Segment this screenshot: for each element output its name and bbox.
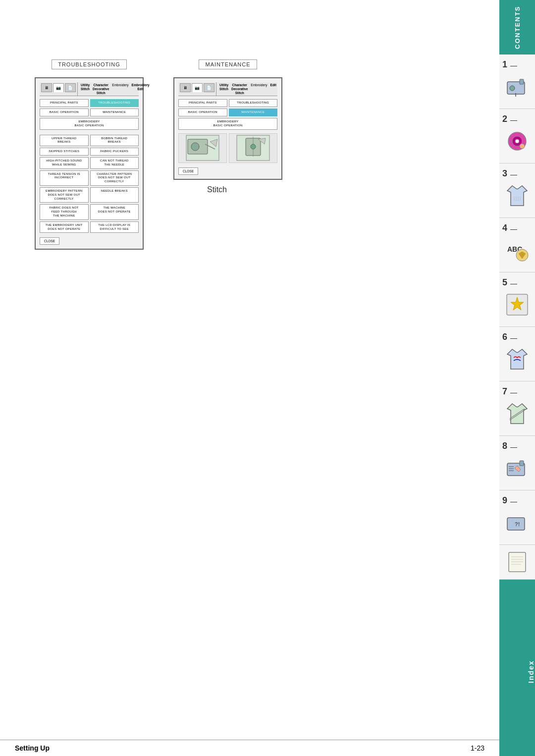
basic-operation-btn-r[interactable]: BASIC OPERATION xyxy=(178,108,227,116)
illustration-left xyxy=(178,133,227,163)
tab-icon-home[interactable]: 🖥 xyxy=(41,83,52,92)
tab-edit-left[interactable]: EmbroideryEdit xyxy=(130,82,151,96)
troubleshooting-label: TROUBLESHOOTING xyxy=(52,59,127,69)
svg-point-2 xyxy=(510,86,515,91)
tab-character-left[interactable]: CharacterDecorativeStitch xyxy=(91,82,110,96)
right-sidebar: CONTENTS 1 — 2 — 3 — 4 — xyxy=(499,0,535,756)
sidebar-num-5: 5 xyxy=(502,277,507,288)
close-btn-right[interactable]: CLOSE xyxy=(178,167,198,175)
sidebar-item-9[interactable]: 9 — ?! xyxy=(499,490,535,545)
char-pattern-btn[interactable]: CHARACTER PATTERNDOES NOT SEW OUTCORRECT… xyxy=(90,170,139,186)
maintenance-icon-8 xyxy=(505,456,530,481)
tab-embroidery-left[interactable]: Embroidery xyxy=(110,82,130,96)
sidebar-num-9: 9 xyxy=(502,495,507,506)
tab-icon-doc[interactable]: 📄 xyxy=(65,83,76,92)
fabric-puckers-btn[interactable]: FABRIC PUCKERS xyxy=(90,148,139,156)
upper-thread-btn[interactable]: UPPER THREADBREAKS xyxy=(40,135,89,147)
menu-row-2: BASIC OPERATION MAINTENANCE xyxy=(40,108,139,116)
svg-point-7 xyxy=(520,144,525,149)
sidebar-item-notes[interactable] xyxy=(499,545,535,580)
troubleshooting-mockup: 🖥 📷 📄 UtilityStitch CharacterDecorativeS… xyxy=(35,77,144,250)
sidebar-item-5[interactable]: 5 — xyxy=(499,272,535,327)
embroidery-basic-op-btn[interactable]: EMBROIDERYBASIC OPERATION xyxy=(40,118,139,130)
screens-row: TROUBLESHOOTING 🖥 📷 📄 UtilityStitch Char… xyxy=(15,59,484,250)
menu-row-7: THREAD TENSION ISINCORRECT CHARACTER PAT… xyxy=(40,170,139,186)
tab-icon-home-r[interactable]: 🖥 xyxy=(180,83,191,92)
menu-row-1: PRINCIPAL PARTS TROUBLESHOOTING xyxy=(40,99,139,107)
index-label: Index xyxy=(527,660,535,683)
sidebar-dash-1: — xyxy=(510,61,517,69)
maintenance-label: MAINTENANCE xyxy=(199,59,257,69)
illustration-right xyxy=(229,133,277,163)
menu-row-4: UPPER THREADBREAKS BOBBIN THREADBREAKS xyxy=(40,135,139,147)
svg-point-36 xyxy=(251,144,256,149)
sewing-machine-icon-1 xyxy=(505,74,530,99)
footer-page: 1-23 xyxy=(471,744,484,752)
cutting-icon-7 xyxy=(505,401,530,426)
stitch-label: Stitch xyxy=(207,185,227,194)
bobbin-thread-btn[interactable]: BOBBIN THREADBREAKS xyxy=(90,135,139,147)
tab-character-right[interactable]: CharacterDecorativeStitch xyxy=(230,82,249,96)
close-btn-left[interactable]: CLOSE xyxy=(40,237,59,245)
svg-point-6 xyxy=(515,139,519,143)
sidebar-num-4: 4 xyxy=(502,223,507,233)
sidebar-item-2[interactable]: 2 — xyxy=(499,109,535,163)
tab-icon-camera-r[interactable]: 📷 xyxy=(192,83,203,92)
lcd-display-btn[interactable]: THE LCD DISPLAY ISDIFFICULT TO SEE xyxy=(90,221,139,233)
tab-icon-doc-r[interactable]: 📄 xyxy=(204,83,214,92)
menu-row-5: SKIPPED STITCHES FABRIC PUCKERS xyxy=(40,148,139,156)
basic-operation-btn[interactable]: BASIC OPERATION xyxy=(40,108,89,116)
cant-thread-btn[interactable]: CAN NOT THREADTHE NEEDLE xyxy=(90,157,139,169)
tab-bar-right: 🖥 📷 📄 UtilityStitch CharacterDecorativeS… xyxy=(178,82,277,96)
shirt-icon-3 xyxy=(505,183,530,208)
sidebar-dash-8: — xyxy=(510,443,517,451)
sidebar-num-7: 7 xyxy=(502,386,507,397)
main-content: TROUBLESHOOTING 🖥 📷 📄 UtilityStitch Char… xyxy=(0,0,499,756)
sidebar-num-6: 6 xyxy=(502,332,507,342)
svg-rect-1 xyxy=(520,79,524,84)
maintenance-btn[interactable]: MAINTENANCE xyxy=(90,108,139,116)
troubleshooting-screen-wrapper: TROUBLESHOOTING 🖥 📷 📄 UtilityStitch Char… xyxy=(35,59,144,250)
sidebar-item-1[interactable]: 1 — xyxy=(499,54,535,109)
embroidery-pattern-btn[interactable]: EMBROIDERY PATTERNDOES NOT SEW OUTCORREC… xyxy=(40,187,89,203)
tab-utility-right[interactable]: UtilityStitch xyxy=(218,82,230,96)
contents-label: CONTENTS xyxy=(514,5,521,49)
tab-edit-right[interactable]: Edit xyxy=(269,82,278,96)
sidebar-dash-4: — xyxy=(510,225,517,233)
svg-rect-18 xyxy=(520,461,524,466)
tab-labels-right: UtilityStitch CharacterDecorativeStitch … xyxy=(216,82,279,96)
page-footer: Setting Up 1-23 xyxy=(0,740,499,756)
needle-breaks-btn[interactable]: NEEDLE BREAKS xyxy=(90,187,139,203)
menu-row-6: HIGH-PITCHED SOUNDWHILE SEWING CAN NOT T… xyxy=(40,157,139,169)
menu-row-10: THE EMBROIDERY UNITDOES NOT OPERATE THE … xyxy=(40,221,139,233)
troubleshooting-btn-r[interactable]: TROUBLESHOOTING xyxy=(229,99,278,107)
index-tab[interactable]: Index xyxy=(499,580,535,756)
high-pitched-btn[interactable]: HIGH-PITCHED SOUNDWHILE SEWING xyxy=(40,157,89,169)
svg-text:?!: ?! xyxy=(515,521,520,527)
sidebar-item-7[interactable]: 7 — xyxy=(499,381,535,436)
troubleshooting-btn[interactable]: TROUBLESHOOTING xyxy=(90,99,139,107)
skipped-stitches-btn[interactable]: SKIPPED STITCHES xyxy=(40,148,89,156)
tab-embroidery-right[interactable]: Embroidery xyxy=(249,82,268,96)
thread-tension-btn[interactable]: THREAD TENSION ISINCORRECT xyxy=(40,170,89,186)
tab-icons-left: 🖥 📷 📄 xyxy=(40,82,78,96)
tab-utility-left[interactable]: UtilityStitch xyxy=(79,82,91,96)
embroidered-shirt-icon-6 xyxy=(505,347,530,372)
embroidery-basic-op-btn-r[interactable]: EMBROIDERYBASIC OPERATION xyxy=(178,118,277,130)
tab-bar-left: 🖥 📷 📄 UtilityStitch CharacterDecorativeS… xyxy=(40,82,139,96)
principal-parts-btn-r[interactable]: PRINCIPAL PARTS xyxy=(178,99,227,107)
embroidery-unit-btn[interactable]: THE EMBROIDERY UNITDOES NOT OPERATE xyxy=(40,221,89,233)
machine-not-operate-btn[interactable]: THE MACHINEDOES NOT OPERATE xyxy=(90,204,139,219)
maintenance-btn-r[interactable]: MAINTENANCE xyxy=(229,108,278,116)
principal-parts-btn[interactable]: PRINCIPAL PARTS xyxy=(40,99,89,107)
menu-row-r1: PRINCIPAL PARTS TROUBLESHOOTING xyxy=(178,99,277,107)
menu-row-3: EMBROIDERYBASIC OPERATION xyxy=(40,118,139,130)
sidebar-item-8[interactable]: 8 — xyxy=(499,436,535,490)
sidebar-item-4[interactable]: 4 — ABC xyxy=(499,218,535,272)
sidebar-item-6[interactable]: 6 — xyxy=(499,327,535,381)
sidebar-item-3[interactable]: 3 — xyxy=(499,163,535,218)
contents-tab[interactable]: CONTENTS xyxy=(499,0,535,54)
fabric-feed-btn[interactable]: FABRIC DOES NOTFEED THROUGHTHE MACHINE xyxy=(40,204,89,219)
sidebar-dash-2: — xyxy=(510,116,517,124)
tab-icon-camera[interactable]: 📷 xyxy=(53,83,64,92)
